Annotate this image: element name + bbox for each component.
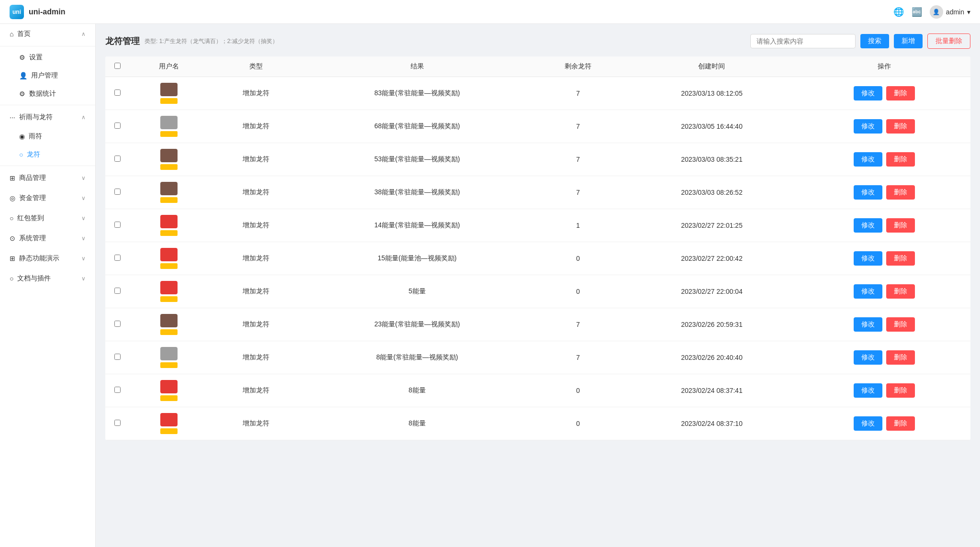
cell-type-1: 增加龙符 xyxy=(209,110,303,143)
cell-created-3: 2023/03/03 08:26:52 xyxy=(625,176,798,209)
cell-username-8 xyxy=(129,341,209,374)
avatar-bottom xyxy=(160,329,178,335)
delete-button-2[interactable]: 删除 xyxy=(886,152,915,167)
edit-button-7[interactable]: 修改 xyxy=(854,317,882,332)
row-checkbox-10[interactable] xyxy=(114,420,121,426)
cell-actions-6: 修改 删除 xyxy=(798,275,970,308)
sidebar-item-home[interactable]: ⌂ 首页 ∧ xyxy=(0,24,95,44)
table-header-row: 用户名 类型 结果 剩余龙符 创建时间 操作 xyxy=(105,56,970,77)
select-all-checkbox[interactable] xyxy=(114,63,121,69)
avatar-img xyxy=(160,149,178,162)
edit-button-5[interactable]: 修改 xyxy=(854,251,882,266)
sidebar-item-system[interactable]: ⊙ 系统管理 ∨ xyxy=(0,228,95,248)
sidebar-item-product[interactable]: ⊞ 商品管理 ∨ xyxy=(0,168,95,188)
row-checkbox-0[interactable] xyxy=(114,89,121,96)
docs-icon: ○ xyxy=(10,275,13,282)
sidebar-item-qiyu[interactable]: ··· 祈雨与龙符 ∧ xyxy=(0,107,95,127)
delete-button-6[interactable]: 删除 xyxy=(886,284,915,299)
batch-delete-button[interactable]: 批量删除 xyxy=(927,33,970,49)
delete-button-1[interactable]: 删除 xyxy=(886,119,915,134)
delete-button-3[interactable]: 删除 xyxy=(886,185,915,200)
search-button[interactable]: 搜索 xyxy=(860,34,889,48)
cell-remaining-0: 7 xyxy=(531,77,625,110)
row-checkbox-cell xyxy=(105,341,129,374)
table-row: 增加龙符 8能量 0 2023/02/24 08:37:10 修改 删除 xyxy=(105,407,970,440)
delete-button-5[interactable]: 删除 xyxy=(886,251,915,266)
avatar-img xyxy=(160,182,178,195)
delete-button-7[interactable]: 删除 xyxy=(886,317,915,332)
translate-icon[interactable]: 🔤 xyxy=(912,7,922,17)
edit-button-9[interactable]: 修改 xyxy=(854,383,882,398)
row-checkbox-5[interactable] xyxy=(114,255,121,261)
delete-button-4[interactable]: 删除 xyxy=(886,218,915,233)
row-checkbox-cell xyxy=(105,374,129,407)
divider xyxy=(0,46,95,46)
edit-button-10[interactable]: 修改 xyxy=(854,416,882,431)
sidebar-item-assets[interactable]: ◎ 资金管理 ∨ xyxy=(0,188,95,208)
sidebar-item-user-management[interactable]: 👤 用户管理 xyxy=(10,67,95,85)
sidebar-item-data-stats[interactable]: ⚙ 数据统计 xyxy=(10,85,95,103)
row-checkbox-cell xyxy=(105,77,129,110)
header-left: uni uni-admin xyxy=(10,5,65,19)
cell-result-6: 5能量 xyxy=(303,275,531,308)
rain-icon: ◉ xyxy=(19,133,25,140)
delete-button-0[interactable]: 删除 xyxy=(886,86,915,100)
search-input[interactable] xyxy=(750,34,856,48)
row-checkbox-cell xyxy=(105,275,129,308)
sidebar-item-settings[interactable]: ⚙ 设置 xyxy=(10,48,95,67)
row-checkbox-3[interactable] xyxy=(114,189,121,195)
row-checkbox-6[interactable] xyxy=(114,288,121,294)
delete-button-10[interactable]: 删除 xyxy=(886,416,915,431)
cell-actions-10: 修改 删除 xyxy=(798,407,970,440)
edit-button-2[interactable]: 修改 xyxy=(854,152,882,167)
sidebar-item-yufu[interactable]: ◉ 雨符 xyxy=(10,127,95,145)
header: uni uni-admin 🌐 🔤 👤 admin ▾ xyxy=(0,0,980,24)
cell-result-2: 53能量(常驻能量—视频奖励) xyxy=(303,143,531,176)
sidebar-item-static[interactable]: ⊞ 静态功能演示 ∨ xyxy=(0,248,95,268)
app-logo: uni xyxy=(10,5,24,19)
edit-button-4[interactable]: 修改 xyxy=(854,218,882,233)
user-menu[interactable]: 👤 admin ▾ xyxy=(930,5,970,19)
sidebar-sub-settings: ⚙ 设置 👤 用户管理 ⚙ 数据统计 xyxy=(0,48,95,103)
sidebar-item-docs[interactable]: ○ 文档与插件 ∨ xyxy=(0,268,95,289)
edit-button-1[interactable]: 修改 xyxy=(854,119,882,134)
col-username: 用户名 xyxy=(129,56,209,77)
page-title: 龙符管理 xyxy=(105,35,140,47)
row-checkbox-9[interactable] xyxy=(114,387,121,393)
sidebar-item-hongbao[interactable]: ○ 红包签到 ∨ xyxy=(0,208,95,228)
row-checkbox-8[interactable] xyxy=(114,354,121,360)
cell-actions-8: 修改 删除 xyxy=(798,341,970,374)
user-icon: 👤 xyxy=(19,72,27,79)
chevron-down-icon: ∨ xyxy=(81,195,86,201)
row-checkbox-cell xyxy=(105,308,129,341)
sidebar-item-longfu[interactable]: ○ 龙符 xyxy=(10,145,95,164)
row-checkbox-4[interactable] xyxy=(114,222,121,228)
cell-type-7: 增加龙符 xyxy=(209,308,303,341)
edit-button-0[interactable]: 修改 xyxy=(854,86,882,100)
cell-type-2: 增加龙符 xyxy=(209,143,303,176)
header-right: 🌐 🔤 👤 admin ▾ xyxy=(893,5,970,19)
table-container: 用户名 类型 结果 剩余龙符 创建时间 操作 xyxy=(105,56,970,440)
avatar-bottom xyxy=(160,230,178,236)
new-button[interactable]: 新增 xyxy=(894,34,923,48)
edit-button-8[interactable]: 修改 xyxy=(854,350,882,365)
globe-icon[interactable]: 🌐 xyxy=(893,7,904,17)
delete-button-9[interactable]: 删除 xyxy=(886,383,915,398)
row-checkbox-1[interactable] xyxy=(114,123,121,129)
edit-button-6[interactable]: 修改 xyxy=(854,284,882,299)
row-checkbox-2[interactable] xyxy=(114,156,121,162)
row-checkbox-7[interactable] xyxy=(114,321,121,327)
table-row: 增加龙符 68能量(常驻能量—视频奖励) 7 2023/03/05 16:44:… xyxy=(105,110,970,143)
cell-remaining-7: 7 xyxy=(531,308,625,341)
edit-button-3[interactable]: 修改 xyxy=(854,185,882,200)
cell-created-7: 2023/02/26 20:59:31 xyxy=(625,308,798,341)
cell-type-3: 增加龙符 xyxy=(209,176,303,209)
col-result: 结果 xyxy=(303,56,531,77)
delete-button-8[interactable]: 删除 xyxy=(886,350,915,365)
divider xyxy=(0,105,95,105)
col-actions: 操作 xyxy=(798,56,970,77)
stats-icon: ⚙ xyxy=(19,90,25,98)
cell-created-5: 2023/02/27 22:00:42 xyxy=(625,242,798,275)
cell-actions-7: 修改 删除 xyxy=(798,308,970,341)
page-title-area: 龙符管理 类型: 1:产生龙符（龙气满百）；2:减少龙符（抽奖） xyxy=(105,35,278,47)
